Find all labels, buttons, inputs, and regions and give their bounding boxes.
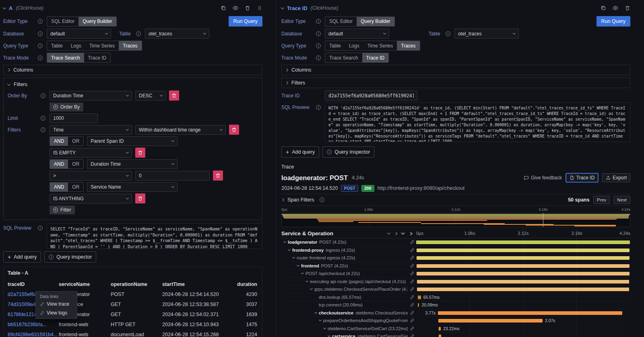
expand-one-icon[interactable]: [394, 232, 397, 235]
span-duration-bar[interactable]: [439, 327, 441, 331]
span-row[interactable]: POST /api/checkout (4.22s): [281, 270, 630, 278]
query-ref-id[interactable]: Trace ID: [287, 5, 308, 11]
option-sql-editor[interactable]: SQL Editor: [325, 17, 357, 26]
option-logs[interactable]: Logs: [345, 41, 363, 50]
span-duration-bar[interactable]: [418, 296, 421, 299]
table-select[interactable]: otel_traces: [145, 29, 209, 39]
option-or[interactable]: OR: [68, 137, 83, 146]
chevron-down-icon[interactable]: [297, 264, 299, 267]
column-header-startTime[interactable]: startTime: [162, 282, 237, 287]
span-link-icon[interactable]: [410, 271, 416, 276]
span-duration-bar[interactable]: [416, 240, 630, 244]
query-inspector-button[interactable]: iQuery inspector: [322, 146, 374, 158]
table-panel-title[interactable]: Table - A: [8, 270, 258, 276]
span-filters-label[interactable]: Span Filters: [287, 197, 314, 203]
add-filter-button[interactable]: +Filter: [50, 205, 75, 214]
add-query-button[interactable]: +Add query: [281, 146, 319, 158]
trace-id-link[interactable]: bb5167b236bfa...: [8, 322, 59, 327]
option-table[interactable]: Table: [47, 41, 67, 50]
next-span-button[interactable]: Next: [613, 196, 630, 204]
option-or[interactable]: OR: [68, 160, 83, 168]
span-row[interactable]: checkoutserviceoteldemo.CheckoutService/…: [281, 309, 630, 317]
filter-value-select[interactable]: Within dashboard time range: [135, 125, 226, 135]
view-trace-menu-item[interactable]: View trace: [36, 300, 77, 308]
option-trace-search[interactable]: Trace Search: [325, 53, 362, 62]
delete-query-trash-icon[interactable]: [625, 5, 630, 11]
span-link-icon[interactable]: [410, 263, 416, 268]
chevron-down-icon[interactable]: [323, 327, 326, 329]
filter-operator-select[interactable]: IS EMPTY: [50, 148, 132, 158]
span-link-icon[interactable]: [410, 302, 416, 307]
remove-filter-button[interactable]: [135, 148, 145, 158]
option-or[interactable]: OR: [68, 183, 83, 191]
drag-handle-icon[interactable]: [257, 5, 262, 11]
duplicate-query-icon[interactable]: [601, 5, 606, 11]
chevron-down-icon[interactable]: [319, 319, 322, 321]
database-select[interactable]: default: [47, 29, 111, 39]
filter-field-select[interactable]: Duration Time: [87, 159, 178, 169]
span-row[interactable]: router frontend egress (4.22s): [281, 254, 630, 262]
remove-filter-button[interactable]: [229, 125, 239, 135]
columns-section-toggle[interactable]: Columns: [281, 65, 630, 75]
option-query-builder[interactable]: Query Builder: [78, 17, 116, 26]
span-duration-bar[interactable]: [439, 335, 441, 337]
option-trace-search[interactable]: Trace Search: [47, 53, 84, 62]
view-logs-menu-item[interactable]: View logs: [36, 308, 77, 317]
column-header-traceID[interactable]: traceID: [8, 282, 59, 287]
hide-query-eye-icon[interactable]: [233, 5, 238, 11]
span-link-icon[interactable]: [410, 255, 416, 260]
chevron-down-icon[interactable]: [301, 271, 304, 274]
collapse-query-chevron-icon[interactable]: [3, 6, 6, 9]
delete-query-trash-icon[interactable]: [245, 5, 250, 11]
prev-span-button[interactable]: Prev: [593, 196, 610, 204]
option-query-builder[interactable]: Query Builder: [357, 17, 394, 26]
span-duration-bar[interactable]: [417, 288, 630, 291]
option-and[interactable]: AND: [50, 160, 68, 168]
span-duration-bar[interactable]: [417, 264, 630, 268]
filter-field-select[interactable]: Parent Span ID: [87, 136, 178, 146]
span-row[interactable]: executing api route (pages) /api/checkou…: [281, 278, 630, 286]
table-select[interactable]: otel_traces: [454, 29, 519, 39]
info-icon[interactable]: i: [41, 93, 45, 98]
span-link-icon[interactable]: [410, 310, 416, 315]
option-trace-id[interactable]: Trace ID: [84, 53, 111, 62]
option-traces[interactable]: Traces: [397, 41, 419, 50]
run-query-button[interactable]: Run Query: [597, 16, 630, 27]
option-traces[interactable]: Traces: [119, 41, 141, 50]
chevron-down-icon[interactable]: [305, 279, 308, 282]
span-link-icon[interactable]: [410, 326, 416, 331]
info-icon[interactable]: i: [41, 127, 45, 132]
option-and[interactable]: AND: [50, 137, 68, 146]
option-logs[interactable]: Logs: [67, 41, 85, 50]
chevron-down-icon[interactable]: [292, 256, 295, 259]
filter-field-select[interactable]: Time: [50, 125, 132, 135]
filter-operator-select[interactable]: IS ANYTHING: [50, 194, 132, 203]
info-icon[interactable]: i: [446, 31, 450, 36]
span-link-icon[interactable]: [410, 248, 416, 253]
chevron-down-icon[interactable]: [310, 287, 313, 290]
database-select[interactable]: default: [325, 29, 389, 39]
hide-query-eye-icon[interactable]: [613, 5, 618, 11]
duplicate-query-icon[interactable]: [221, 5, 226, 11]
option-time-series[interactable]: Time Series: [85, 41, 119, 50]
info-icon[interactable]: i: [316, 43, 321, 48]
add-query-button[interactable]: +Add query: [3, 251, 41, 263]
trace-minimap[interactable]: [281, 213, 630, 227]
chevron-down-icon[interactable]: [328, 334, 330, 337]
collapse-one-icon[interactable]: [387, 231, 390, 234]
span-row[interactable]: frontendPOST (4.22s): [281, 262, 630, 270]
span-row[interactable]: dns.lookup (65.57ms)65.57ms: [281, 294, 630, 302]
span-row[interactable]: frontend-proxyingress (4.22s): [281, 247, 630, 255]
expand-all-icon[interactable]: [409, 232, 412, 235]
span-link-icon[interactable]: [410, 334, 416, 337]
option-trace-id[interactable]: Trace ID: [362, 53, 389, 62]
info-icon[interactable]: i: [320, 197, 324, 202]
span-duration-bar[interactable]: [417, 272, 630, 275]
span-duration-bar[interactable]: [418, 303, 419, 307]
trace-id-link[interactable]: 89cf4286e631591b4...: [8, 332, 59, 337]
filter-operator-select[interactable]: >: [50, 171, 132, 181]
info-icon[interactable]: i: [316, 55, 321, 60]
span-row[interactable]: grpc.oteldemo.CheckoutService/PlaceOrder…: [281, 286, 630, 294]
span-link-icon[interactable]: [410, 295, 416, 300]
span-link-icon[interactable]: [410, 240, 416, 245]
